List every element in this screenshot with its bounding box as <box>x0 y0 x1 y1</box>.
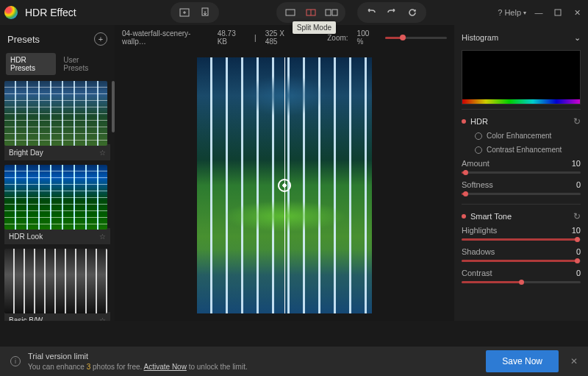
split-handle[interactable] <box>278 179 291 192</box>
image-canvas <box>197 57 372 313</box>
close-button[interactable]: ✕ <box>570 6 584 19</box>
history-group <box>357 2 426 23</box>
view-mode-group: Split Mode <box>276 2 345 23</box>
favorite-icon[interactable]: ☆ <box>99 149 106 157</box>
side-by-side-button[interactable] <box>322 4 341 21</box>
main-area: 04-waterfall-scenery-wallp… 48.73 KB | 3… <box>115 25 454 321</box>
preset-label: Bright Day <box>9 149 43 157</box>
shadows-label: Shadows <box>462 247 495 256</box>
app-logo-icon <box>4 6 18 19</box>
preset-item[interactable]: HDR Look☆ <box>4 165 110 244</box>
contrast-slider[interactable] <box>462 281 581 283</box>
svg-rect-4 <box>326 10 331 15</box>
zoom-label: Zoom: <box>327 34 348 42</box>
file-ops-group <box>171 2 219 23</box>
export-button[interactable] <box>196 4 215 21</box>
save-button[interactable]: Save Now <box>486 350 559 372</box>
minimize-button[interactable]: — <box>532 6 545 19</box>
preset-thumbnail <box>4 249 107 313</box>
radio-color-enhancement[interactable]: Color Enhancement <box>462 129 581 143</box>
svg-rect-6 <box>555 10 561 15</box>
info-icon: i <box>10 356 21 366</box>
redo-button[interactable] <box>382 4 401 21</box>
single-view-button[interactable] <box>281 4 300 21</box>
tab-hdr-presets[interactable]: HDR Presets <box>6 53 56 75</box>
add-preset-button[interactable]: + <box>94 32 107 46</box>
contrast-label: Contrast <box>462 269 492 277</box>
favorite-icon[interactable]: ☆ <box>99 233 106 241</box>
reset-smart-tone-button[interactable]: ↻ <box>573 211 581 221</box>
filesize-label: 48.73 KB <box>218 29 245 46</box>
app-title: HDR Effect <box>25 7 76 18</box>
infobar: 04-waterfall-scenery-wallp… 48.73 KB | 3… <box>115 25 454 50</box>
amount-value: 10 <box>572 159 581 168</box>
viewport[interactable] <box>115 50 454 321</box>
shadows-slider[interactable] <box>462 260 581 262</box>
footer: i Trial version limit You can enhance 3 … <box>0 347 588 376</box>
contrast-value: 0 <box>576 269 581 277</box>
softness-slider[interactable] <box>462 193 581 195</box>
separator: | <box>254 34 257 42</box>
preset-item[interactable]: Bright Day☆ <box>4 81 110 160</box>
split-view-button[interactable] <box>301 4 320 21</box>
svg-rect-2 <box>286 10 295 15</box>
maximize-button[interactable] <box>551 6 564 19</box>
view-tooltip: Split Mode <box>293 21 336 34</box>
section-indicator-icon <box>462 119 466 124</box>
softness-value: 0 <box>576 180 581 189</box>
add-image-button[interactable] <box>175 4 194 21</box>
zoom-value: 100 % <box>357 29 376 46</box>
preset-thumbnail <box>4 165 107 230</box>
highlights-value: 10 <box>572 226 581 235</box>
section-indicator-icon <box>462 214 466 219</box>
highlights-slider[interactable] <box>462 238 581 241</box>
trial-message: Trial version limit You can enhance 3 ph… <box>28 351 248 371</box>
tab-user-presets[interactable]: User Presets <box>59 53 109 75</box>
dimensions-label: 325 X 485 <box>265 29 297 46</box>
dismiss-footer-button[interactable]: ✕ <box>570 356 578 366</box>
preset-label: HDR Look <box>9 233 43 241</box>
reset-hdr-button[interactable]: ↻ <box>573 116 581 127</box>
preset-thumbnail <box>4 81 107 146</box>
undo-button[interactable] <box>362 4 381 21</box>
svg-rect-5 <box>332 10 337 15</box>
filename-label: 04-waterfall-scenery-wallp… <box>122 29 209 46</box>
favorite-icon[interactable]: ☆ <box>99 316 106 322</box>
radio-contrast-enhancement[interactable]: Contrast Enhancement <box>462 143 581 157</box>
right-panel: Histogram ⌄ HDR ↻ Color Enhancement Cont… <box>454 25 588 321</box>
highlights-label: Highlights <box>462 226 497 235</box>
reset-button[interactable] <box>403 4 422 21</box>
help-menu[interactable]: ?Help▾ <box>498 8 526 17</box>
amount-slider[interactable] <box>462 171 581 174</box>
presets-list[interactable]: Bright Day☆ HDR Look☆ Basic B/W☆ <box>0 81 115 321</box>
histogram-display <box>462 50 581 104</box>
softness-label: Softness <box>462 180 493 189</box>
sidebar-title: Presets <box>7 34 40 45</box>
shadows-value: 0 <box>576 247 581 256</box>
preset-label: Basic B/W <box>9 316 43 322</box>
sidebar: Presets + HDR Presets User Presets Brigh… <box>0 25 115 321</box>
titlebar: HDR Effect Split Mode ?Help▾ — ✕ <box>0 0 588 25</box>
section-smart-tone-toggle[interactable]: Smart Tone ↻ <box>462 209 581 224</box>
preset-item[interactable]: Basic B/W☆ <box>4 249 110 321</box>
activate-link[interactable]: Activate Now <box>144 363 187 371</box>
section-hdr-toggle[interactable]: HDR ↻ <box>462 114 581 129</box>
zoom-slider[interactable] <box>385 37 447 39</box>
chevron-down-icon: ⌄ <box>574 33 581 43</box>
amount-label: Amount <box>462 159 490 168</box>
histogram-toggle[interactable]: Histogram ⌄ <box>462 25 581 50</box>
